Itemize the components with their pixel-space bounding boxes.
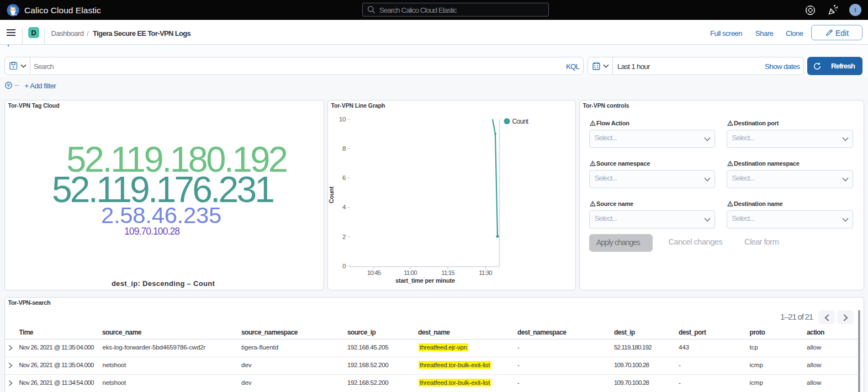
svg-text:11:30: 11:30 [479,269,492,276]
svg-text:11:15: 11:15 [441,269,454,276]
svg-text:6: 6 [342,174,346,181]
svg-text:8: 8 [342,145,346,152]
svg-text:2.58.46.235: 2.58.46.235 [101,202,221,228]
svg-text:109.70.100.28: 109.70.100.28 [124,226,180,237]
svg-text:2: 2 [342,234,346,240]
svg-text:0: 0 [342,263,346,269]
svg-text:11:00: 11:00 [404,269,417,276]
svg-text:start_time per minute: start_time per minute [395,277,455,284]
svg-text:dest_ip: Descending – Count: dest_ip: Descending – Count [112,279,215,288]
svg-text:10: 10 [339,116,346,123]
svg-text:10:45: 10:45 [367,269,381,276]
svg-text:Count: Count [512,118,529,125]
svg-text:Count: Count [328,186,335,203]
svg-text:4: 4 [342,204,346,210]
